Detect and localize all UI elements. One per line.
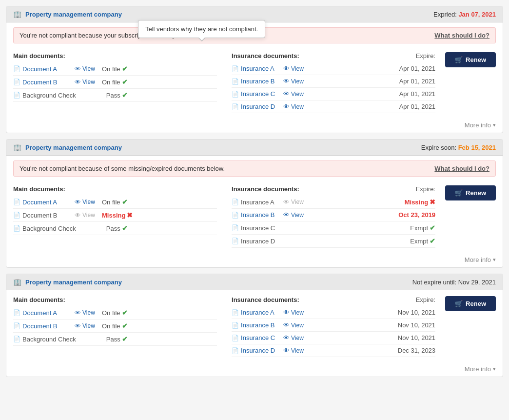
ins-link[interactable]: 📄Insurance B — [232, 211, 280, 219]
doc-icon: 📄 — [232, 347, 239, 354]
main-docs-section: Main documents: 📄Document A 👁View On fil… — [13, 183, 222, 248]
eye-icon: 👁 — [283, 78, 290, 85]
what-should-link[interactable]: What should I do? — [434, 32, 489, 39]
view-button[interactable]: 👁View — [75, 199, 99, 206]
status-onfile: On file ✔ — [102, 65, 128, 73]
ins-link[interactable]: 📄Insurance C — [232, 90, 280, 98]
view-button[interactable]: 👁View — [75, 322, 99, 330]
status-label: Expried: — [433, 11, 458, 18]
alert-bar: You're not compliant because of some mis… — [13, 160, 496, 177]
more-info-button[interactable]: More info ▾ — [465, 121, 496, 129]
doc-icon: 📄 — [232, 199, 239, 205]
view-button[interactable]: 👁View — [75, 309, 99, 317]
ins-row: 📄Insurance B 👁View Apr 01, 2021 — [232, 75, 435, 88]
more-info-button[interactable]: More info ▾ — [465, 365, 496, 373]
main-docs-title: Main documents: — [13, 52, 217, 60]
ins-row: 📄Insurance A 👁View Nov 10, 2021 — [232, 306, 435, 319]
card: 🏢 Property management company Expire soo… — [6, 139, 503, 268]
ins-link[interactable]: 📄Insurance B — [232, 321, 280, 329]
ins-view-button[interactable]: 👁View — [283, 78, 308, 85]
renew-label: Renew — [466, 189, 486, 197]
eye-icon: 👁 — [283, 347, 290, 354]
ins-row: 📄Insurance D 👁View Apr 01, 2021 — [232, 100, 435, 113]
renew-label: Renew — [466, 56, 486, 63]
doc-link[interactable]: 📄Document B — [13, 79, 72, 86]
main-docs-section: Main documents: 📄Document A 👁View On fil… — [13, 294, 222, 357]
ins-docs-title: Insurance documents: — [232, 52, 299, 60]
view-label: View — [291, 309, 304, 316]
ins-view-button[interactable]: 👁View — [283, 65, 308, 72]
doc-icon: 📄 — [232, 224, 239, 231]
doc-link[interactable]: 📄Document A — [13, 199, 72, 206]
check-icon: ✔ — [122, 78, 128, 86]
ins-view-button[interactable]: 👁View — [283, 321, 308, 329]
renew-button-area: 🛒 Renew — [445, 50, 496, 113]
more-info-button[interactable]: More info ▾ — [465, 256, 496, 263]
view-button-disabled: 👁View — [75, 212, 99, 219]
check-icon: ✔ — [122, 322, 128, 330]
expire-date: Nov 10, 2021 — [398, 334, 435, 341]
doc-icon: 📄 — [13, 199, 20, 205]
renew-button-area: 🛒 Renew — [445, 294, 496, 357]
doc-link[interactable]: 📄Document A — [13, 309, 72, 317]
card-header-left: 🏢 Property management company — [13, 143, 122, 151]
doc-icon: 📄 — [13, 79, 20, 85]
company-name: Property management company — [25, 279, 122, 286]
view-label: View — [82, 322, 95, 329]
status-date: Jan 07, 2021 — [458, 11, 496, 18]
eye-icon: 👁 — [75, 79, 81, 86]
ins-row: 📄Insurance B 👁View Oct 23, 2019 — [232, 209, 435, 221]
expire-date: Apr 01, 2021 — [399, 103, 435, 110]
ins-name: Insurance B — [241, 211, 274, 219]
view-label: View — [291, 103, 304, 110]
doc-icon: 📄 — [232, 335, 239, 341]
insurance-docs-section: Insurance documents: Expire: 📄Insurance … — [227, 50, 435, 113]
ins-view-button[interactable]: 👁View — [283, 309, 308, 316]
card-header-left: 🏢 Property management company — [13, 278, 122, 286]
check-icon: ✔ — [122, 65, 128, 73]
doc-icon: 📄 — [232, 238, 239, 244]
ins-view-button[interactable]: 👁View — [283, 334, 308, 341]
ins-link[interactable]: 📄Insurance A — [232, 65, 280, 72]
view-button[interactable]: 👁View — [75, 65, 99, 73]
expire-column-label: Expire: — [416, 185, 435, 193]
status-pass: Pass ✔ — [106, 335, 128, 343]
view-label: View — [82, 199, 95, 205]
renew-button[interactable]: 🛒 Renew — [445, 185, 496, 200]
status-onfile: On file ✔ — [102, 322, 128, 330]
renew-label: Renew — [466, 300, 486, 307]
ins-link[interactable]: 📄Insurance A — [232, 309, 280, 316]
eye-icon: 👁 — [283, 199, 290, 206]
doc-link[interactable]: 📄Document A — [13, 65, 72, 73]
ins-link[interactable]: 📄Insurance D — [232, 347, 280, 354]
card-body: Main documents: 📄Document A 👁View On fil… — [6, 46, 503, 133]
status-onfile: On file ✔ — [102, 198, 128, 206]
eye-icon: 👁 — [283, 334, 290, 341]
doc-icon: 📄 — [13, 225, 20, 232]
what-should-link[interactable]: What should I do? — [434, 165, 489, 172]
ins-view-button[interactable]: 👁View — [283, 347, 308, 354]
ins-view-button[interactable]: 👁View — [283, 211, 308, 219]
card-body: Main documents: 📄Document A 👁View On fil… — [6, 180, 503, 267]
doc-icon: 📄 — [13, 336, 20, 342]
expire-missing: Missing ✖ — [405, 198, 435, 206]
building-icon: 🏢 — [13, 10, 21, 18]
view-button[interactable]: 👁View — [75, 79, 99, 86]
ins-view-button[interactable]: 👁View — [283, 103, 308, 110]
eye-icon: 👁 — [283, 211, 290, 219]
ins-row: 📄Insurance B 👁View Nov 10, 2021 — [232, 319, 435, 332]
tooltip: Tell vendors why they are not compliant. — [138, 20, 265, 38]
doc-icon: 📄 — [232, 78, 239, 85]
ins-name-plain: 📄Insurance D — [232, 238, 280, 245]
doc-link[interactable]: 📄Document B — [13, 322, 72, 330]
renew-button[interactable]: 🛒 Renew — [445, 52, 496, 67]
ins-link[interactable]: 📄Insurance D — [232, 103, 280, 110]
ins-row: 📄Insurance C Exmpt ✔ — [232, 221, 435, 235]
renew-button[interactable]: 🛒 Renew — [445, 296, 496, 311]
ins-link[interactable]: 📄Insurance B — [232, 78, 280, 85]
doc-row: 📄Document B 👁View On file ✔ — [13, 76, 217, 89]
ins-link[interactable]: 📄Insurance C — [232, 334, 280, 341]
alert-text: You're not compliant because of some mis… — [20, 165, 225, 172]
ins-view-button[interactable]: 👁View — [283, 90, 308, 98]
check-icon: ✔ — [122, 91, 128, 99]
